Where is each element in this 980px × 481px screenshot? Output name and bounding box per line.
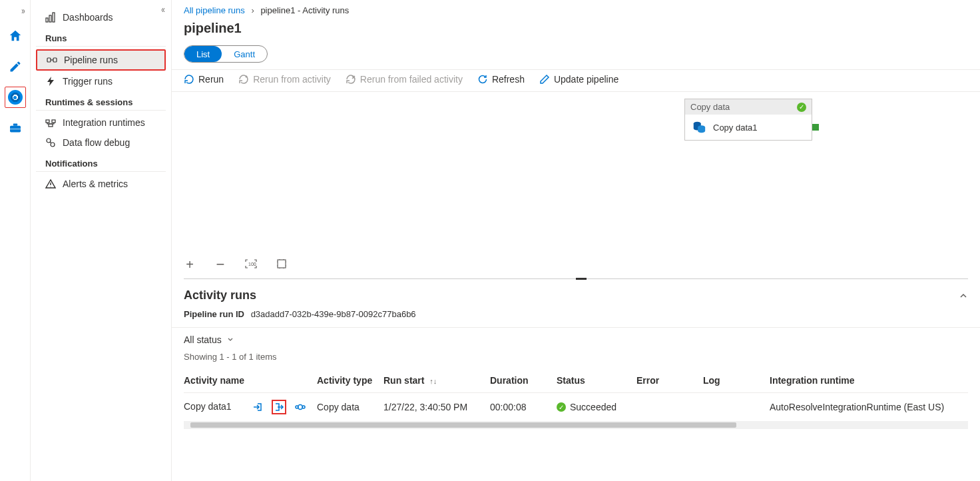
cell-error: [636, 393, 703, 422]
expand-rail-icon[interactable]: »: [21, 5, 26, 16]
breadcrumb: All pipeline runs › pipeline1 - Activity…: [172, 0, 980, 15]
horizontal-scrollbar[interactable]: [184, 421, 968, 429]
svg-rect-9: [52, 120, 55, 123]
svg-rect-8: [46, 120, 49, 123]
zoom-out-button[interactable]: −: [214, 256, 226, 273]
details-icon[interactable]: [293, 400, 308, 414]
activity-node[interactable]: Copy data ✓ Copy data1: [684, 99, 812, 141]
nav-label: Pipeline runs: [64, 55, 118, 65]
rail-author[interactable]: [5, 56, 26, 77]
rail-monitor[interactable]: [5, 87, 26, 108]
nav-label: Data flow debug: [63, 137, 130, 148]
cell-runtime: AutoResolveIntegrationRuntime (East US): [770, 393, 968, 422]
trigger-icon: [45, 76, 56, 87]
col-activity-name[interactable]: Activity name: [184, 368, 317, 393]
canvas-divider[interactable]: [184, 278, 968, 279]
col-run-start[interactable]: Run start ↑↓: [383, 368, 490, 393]
icon-rail: »: [0, 0, 31, 481]
success-icon: ✓: [797, 103, 806, 112]
filter-row: All status: [172, 327, 980, 348]
sort-icon: ↑↓: [429, 377, 437, 385]
toggle-list[interactable]: List: [184, 46, 222, 62]
run-id-row: Pipeline run ID d3adadd7-032b-439e-9b87-…: [172, 305, 980, 323]
btn-label: Update pipeline: [554, 74, 618, 85]
col-integration-runtime[interactable]: Integration runtime: [770, 368, 968, 393]
rerun-failed-icon: [346, 74, 356, 85]
home-icon: [8, 29, 23, 43]
svg-rect-7: [53, 58, 57, 62]
chevron-down-icon: [227, 336, 234, 343]
col-duration[interactable]: Duration: [490, 368, 557, 393]
scrollbar-thumb[interactable]: [190, 422, 736, 428]
col-log[interactable]: Log: [703, 368, 770, 393]
nav-dashboards[interactable]: Dashboards: [36, 8, 166, 27]
collapse-nav-icon[interactable]: «: [160, 4, 166, 15]
zoom-in-button[interactable]: +: [184, 257, 196, 272]
pipeline-icon: [47, 55, 57, 65]
cell-run-start: 1/27/22, 3:40:50 PM: [383, 393, 490, 422]
node-type: Copy data: [690, 102, 730, 112]
svg-rect-5: [53, 13, 55, 22]
monitor-nav-panel: « Dashboards Runs Pipeline runs Trigger …: [31, 0, 172, 481]
input-icon[interactable]: [250, 400, 265, 414]
rail-home[interactable]: [5, 25, 26, 47]
activity-runs-header: Activity runs: [172, 279, 980, 305]
main-content: All pipeline runs › pipeline1 - Activity…: [172, 0, 980, 481]
col-status[interactable]: Status: [557, 368, 636, 393]
status-success-icon: ✓: [557, 402, 566, 412]
dashboard-icon: [45, 12, 56, 23]
cell-activity-type: Copy data: [317, 393, 383, 422]
table-row[interactable]: Copy data1 Copy data 1/27/22,: [184, 393, 968, 422]
refresh-icon: [477, 74, 488, 85]
col-error[interactable]: Error: [636, 368, 703, 393]
toggle-gantt[interactable]: Gantt: [222, 46, 267, 62]
breadcrumb-root[interactable]: All pipeline runs: [184, 5, 245, 15]
cell-log: [703, 393, 770, 422]
toolbox-icon: [8, 123, 23, 133]
btn-label: Refresh: [492, 74, 525, 85]
rerun-button[interactable]: Rerun: [184, 74, 224, 85]
run-id-value: d3adadd7-032b-439e-9b87-0092c77ba6b6: [251, 309, 416, 319]
svg-point-13: [246, 76, 248, 78]
nav-trigger-runs[interactable]: Trigger runs: [36, 72, 166, 91]
cell-status: ✓ Succeeded: [557, 402, 631, 412]
rerun-from-activity-button: Rerun from activity: [238, 74, 331, 85]
chevron-up-icon[interactable]: [959, 291, 968, 300]
zoom-fit-button[interactable]: 100: [245, 259, 257, 270]
nav-integration-runtimes[interactable]: Integration runtimes: [36, 113, 166, 132]
nav-section-runtimes: Runtimes & sessions: [36, 92, 166, 111]
nav-label: Dashboards: [63, 12, 113, 23]
filter-label: All status: [184, 334, 222, 345]
svg-rect-1: [13, 124, 17, 126]
col-activity-type[interactable]: Activity type: [317, 368, 383, 393]
rail-manage[interactable]: [5, 117, 26, 139]
status-filter-dropdown[interactable]: All status: [184, 334, 234, 345]
update-pipeline-button[interactable]: Update pipeline: [539, 74, 618, 85]
run-id-label: Pipeline run ID: [184, 309, 244, 319]
runtime-icon: [45, 117, 56, 128]
pipeline-canvas[interactable]: Copy data ✓ Copy data1 + − 100: [172, 92, 980, 278]
cell-duration: 00:00:08: [490, 393, 557, 422]
nav-pipeline-runs[interactable]: Pipeline runs: [36, 49, 166, 71]
nav-label: Alerts & metrics: [63, 179, 128, 189]
nav-data-flow-debug[interactable]: Data flow debug: [36, 133, 166, 152]
svg-text:100: 100: [248, 262, 256, 266]
rerun-from-failed-button: Rerun from failed activity: [346, 74, 463, 85]
fullscreen-icon: [276, 258, 287, 269]
refresh-button[interactable]: Refresh: [477, 74, 525, 85]
fullscreen-button[interactable]: [276, 258, 288, 271]
alert-icon: [45, 179, 56, 189]
section-heading: Activity runs: [184, 288, 256, 302]
showing-text: Showing 1 - 1 of 1 items: [172, 348, 980, 368]
btn-label: Rerun from failed activity: [360, 74, 463, 85]
debug-icon: [45, 137, 56, 148]
gauge-icon: [8, 90, 23, 105]
nav-alerts-metrics[interactable]: Alerts & metrics: [36, 175, 166, 193]
status-text: Succeeded: [570, 402, 616, 412]
output-icon[interactable]: [272, 400, 286, 414]
svg-rect-4: [49, 15, 51, 22]
view-toggle: List Gantt: [184, 45, 268, 63]
breadcrumb-current: pipeline1 - Activity runs: [260, 5, 349, 15]
svg-rect-2: [10, 129, 21, 130]
node-header: Copy data ✓: [685, 99, 812, 115]
